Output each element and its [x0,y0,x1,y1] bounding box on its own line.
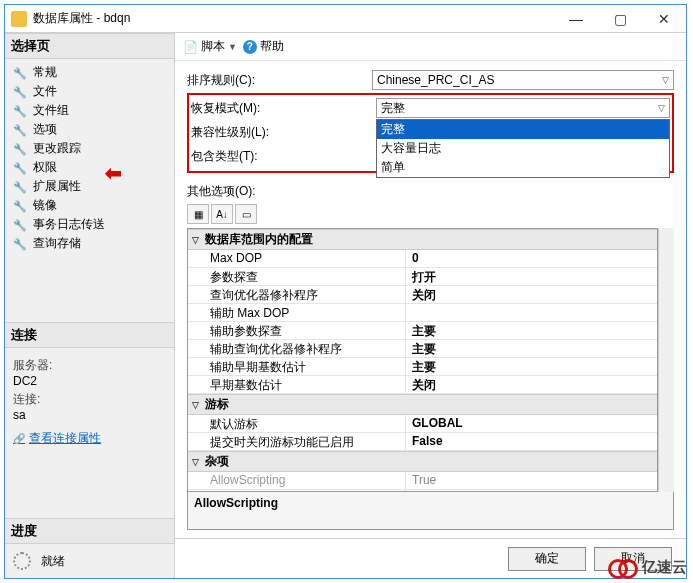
wrench-icon [13,104,27,118]
script-button[interactable]: 📄脚本▼ [183,38,237,55]
window-title: 数据库属性 - bdqn [33,10,554,27]
nav-general[interactable]: 常规 [5,63,174,82]
spinner-icon [13,552,31,570]
collation-select[interactable]: Chinese_PRC_CI_AS▽ [372,70,674,90]
collapse-icon[interactable]: ▽ [192,235,199,245]
grid-row[interactable]: 默认游标GLOBAL [188,415,657,433]
recovery-select[interactable]: 完整▽ [376,98,670,118]
wrench-icon [13,218,27,232]
watermark-text: 亿速云 [642,558,687,577]
nav-mirroring[interactable]: 镜像 [5,196,174,215]
wrench-icon [13,85,27,99]
connection-info: 服务器: DC2 连接: sa 查看连接属性 [5,348,174,453]
grid-row[interactable]: 辅助 Max DOP [188,304,657,322]
property-description: AllowScripting [187,492,674,530]
category-misc[interactable]: ▽杂项 [188,451,657,472]
contain-label: 包含类型(T): [191,148,376,165]
main-toolbar: 📄脚本▼ ?帮助 [175,33,686,61]
props-button[interactable]: ▭ [235,204,257,224]
progress-block: 就绪 [5,544,174,578]
collation-row: 排序规则(C): Chinese_PRC_CI_AS▽ [187,69,674,91]
progress-header: 进度 [5,518,174,544]
conn-label: 连接: [13,391,166,408]
help-icon: ? [243,40,257,54]
nav-files[interactable]: 文件 [5,82,174,101]
server-label: 服务器: [13,357,166,374]
dropdown-option[interactable]: 完整 [377,120,669,139]
minimize-button[interactable]: — [554,5,598,33]
grid-row[interactable]: 查询优化器修补程序关闭 [188,286,657,304]
wrench-icon [13,180,27,194]
dropdown-option[interactable]: 大容量日志 [377,139,669,158]
wrench-icon [13,142,27,156]
grid-row[interactable]: 辅助早期基数估计主要 [188,358,657,376]
page-nav: 常规 文件 文件组 选项 更改跟踪 权限 扩展属性 镜像 事务日志传送 查询存储… [5,59,174,257]
collapse-icon[interactable]: ▽ [192,400,199,410]
nav-permissions[interactable]: 权限 [5,158,174,177]
nav-filegroups[interactable]: 文件组 [5,101,174,120]
select-page-header: 选择页 [5,33,174,59]
dropdown-option[interactable]: 简单 [377,158,669,177]
chevron-down-icon: ▽ [662,75,669,85]
ok-button[interactable]: 确定 [508,547,586,571]
nav-options[interactable]: 选项 [5,120,174,139]
categorize-button[interactable]: ▦ [187,204,209,224]
server-value: DC2 [13,374,166,388]
conn-value: sa [13,408,166,422]
link-icon [13,431,29,445]
grid-row[interactable]: 参数探查打开 [188,268,657,286]
grid-row[interactable]: 提交时关闭游标功能已启用False [188,433,657,451]
grid-row[interactable]: Max DOP0 [188,250,657,268]
maximize-button[interactable]: ▢ [598,5,642,33]
help-button[interactable]: ?帮助 [243,38,284,55]
app-icon [11,11,27,27]
sidebar: 选择页 常规 文件 文件组 选项 更改跟踪 权限 扩展属性 镜像 事务日志传送 … [5,33,175,578]
recovery-label: 恢复模式(M): [191,100,376,117]
compat-label: 兼容性级别(L): [191,124,376,141]
titlebar: 数据库属性 - bdqn — ▢ ✕ [5,5,686,33]
grid-row[interactable]: AllowScriptingTrue [188,472,657,490]
grid-toolbar: ▦ A↓ ▭ [187,204,674,224]
scrollbar[interactable] [658,228,674,492]
highlight-box: 恢复模式(M): 完整▽ 兼容性级别(L): 包含类型(T): 完整 大容量日志… [187,93,674,173]
wrench-icon [13,66,27,80]
collation-label: 排序规则(C): [187,72,372,89]
grid-row[interactable]: 辅助查询优化器修补程序主要 [188,340,657,358]
category-db-scope[interactable]: ▽数据库范围内的配置 [188,229,657,250]
watermark: 亿速云 [608,557,687,577]
wrench-icon [13,123,27,137]
sort-button[interactable]: A↓ [211,204,233,224]
wrench-icon [13,161,27,175]
view-connection-link[interactable]: 查看连接属性 [13,430,101,447]
connection-header: 连接 [5,322,174,348]
wrench-icon [13,237,27,251]
wrench-icon [13,199,27,213]
nav-extended-props[interactable]: 扩展属性 [5,177,174,196]
property-grid: ▽数据库范围内的配置 Max DOP0 参数探查打开 查询优化器修补程序关闭 辅… [187,228,658,492]
close-button[interactable]: ✕ [642,5,686,33]
grid-row[interactable]: 辅助参数探查主要 [188,322,657,340]
other-options-label: 其他选项(O): [187,183,674,200]
nav-log-shipping[interactable]: 事务日志传送 [5,215,174,234]
nav-query-store[interactable]: 查询存储 [5,234,174,253]
recovery-dropdown-list: 完整 大容量日志 简单 [376,119,670,178]
ready-label: 就绪 [41,553,65,570]
chevron-down-icon: ▽ [658,103,665,113]
grid-row[interactable]: 早期基数估计关闭 [188,376,657,394]
main-panel: 📄脚本▼ ?帮助 排序规则(C): Chinese_PRC_CI_AS▽ 恢复模… [175,33,686,578]
category-cursor[interactable]: ▽游标 [188,394,657,415]
nav-change-tracking[interactable]: 更改跟踪 [5,139,174,158]
watermark-logo-icon [608,557,638,577]
window: 数据库属性 - bdqn — ▢ ✕ 选择页 常规 文件 文件组 选项 更改跟踪… [4,4,687,579]
collapse-icon[interactable]: ▽ [192,457,199,467]
